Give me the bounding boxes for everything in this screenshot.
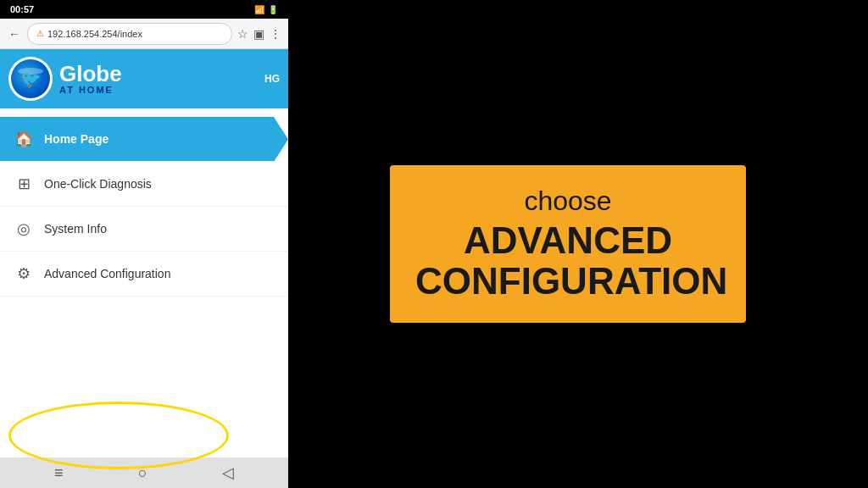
- globe-subtitle: AT HOME: [59, 85, 122, 95]
- globe-brand-name: Globe: [59, 63, 122, 85]
- instruction-line2: ADVANCED: [415, 220, 721, 261]
- bird-icon: 🐦: [20, 69, 42, 89]
- nav-item-diagnosis[interactable]: ⊞ One-Click Diagnosis: [0, 162, 288, 207]
- globe-header: 🐦 Globe AT HOME HG: [0, 49, 288, 108]
- battery-icon: 🔋: [268, 5, 278, 14]
- globe-logo-inner: 🐦: [11, 59, 50, 98]
- menu-button[interactable]: ≡: [54, 464, 64, 482]
- globe-logo: 🐦: [8, 57, 53, 101]
- nav-label-home: Home Page: [44, 132, 108, 146]
- status-time: 00:57: [10, 4, 34, 14]
- status-bar: 00:57 📶 🔋: [0, 0, 288, 19]
- lock-icon: ⚠: [36, 29, 44, 38]
- nav-item-home[interactable]: 🏠 Home Page: [0, 117, 288, 162]
- nav-item-advconfig[interactable]: ⚙ Advanced Configuration: [0, 252, 288, 297]
- nav-menu: 🏠 Home Page ⊞ One-Click Diagnosis ◎ Syst…: [0, 108, 288, 458]
- browser-toolbar: ☆ ▣ ⋮: [237, 27, 281, 41]
- browser-back-button[interactable]: ←: [7, 26, 22, 42]
- sysinfo-icon: ◎: [14, 219, 34, 239]
- globe-text: Globe AT HOME: [59, 63, 122, 95]
- diagnosis-icon: ⊞: [14, 174, 34, 194]
- back-button[interactable]: ◁: [222, 463, 234, 482]
- bottom-nav-bar: ≡ ○ ◁: [0, 458, 288, 488]
- status-icons: 📶 🔋: [254, 5, 278, 14]
- phone-frame: 00:57 📶 🔋 ← ⚠ 192.168.254.254/index ☆ ▣ …: [0, 0, 288, 488]
- more-icon[interactable]: ⋮: [270, 27, 281, 41]
- instruction-line3: CONFIGURATION: [415, 262, 721, 302]
- nav-label-sysinfo: System Info: [44, 222, 107, 236]
- wifi-icon: 📶: [254, 5, 264, 14]
- instruction-line1: choose: [415, 186, 721, 217]
- address-text: 192.168.254.254/index: [47, 29, 142, 39]
- nav-label-advconfig: Advanced Configuration: [44, 267, 170, 280]
- browser-chrome: ← ⚠ 192.168.254.254/index ☆ ▣ ⋮: [0, 19, 288, 49]
- advconfig-icon: ⚙: [14, 263, 34, 284]
- home-button[interactable]: ○: [138, 464, 147, 482]
- nav-label-diagnosis: One-Click Diagnosis: [44, 177, 152, 191]
- address-bar[interactable]: ⚠ 192.168.254.254/index: [27, 23, 232, 45]
- tab-icon[interactable]: ▣: [253, 27, 264, 41]
- home-icon: 🏠: [14, 129, 34, 149]
- star-icon[interactable]: ☆: [237, 27, 248, 41]
- website-content: 🐦 Globe AT HOME HG 🏠 Home Page ⊞ One-Cli…: [0, 49, 288, 488]
- nav-item-sysinfo[interactable]: ◎ System Info: [0, 207, 288, 252]
- hg-badge: HG: [264, 73, 280, 85]
- instruction-box: choose ADVANCED CONFIGURATION: [390, 165, 746, 323]
